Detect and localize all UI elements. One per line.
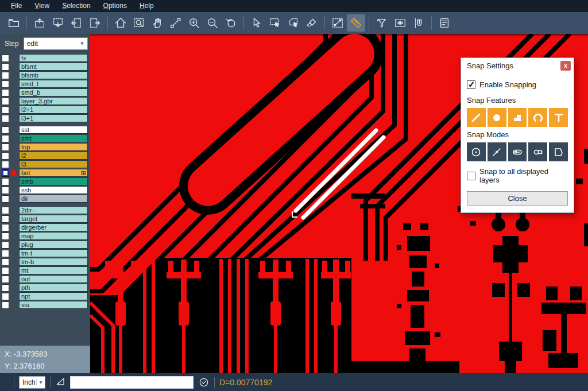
pan-button[interactable] xyxy=(148,14,167,32)
layer-label[interactable]: l2+1 xyxy=(19,106,88,114)
layer-row[interactable]: target xyxy=(0,215,90,223)
layer-row[interactable]: via xyxy=(0,301,90,309)
layer-label[interactable]: smt xyxy=(19,134,88,142)
step-select[interactable]: edit ▾ xyxy=(24,37,88,50)
layer-row[interactable]: out xyxy=(0,275,90,283)
layer-checkbox[interactable] xyxy=(2,250,9,257)
layer-label[interactable]: tm-b xyxy=(19,258,88,266)
layer-row[interactable]: top xyxy=(0,143,90,151)
layer-checkbox[interactable] xyxy=(2,144,9,151)
menu-help[interactable]: Help xyxy=(133,0,160,12)
layer-row[interactable]: smt xyxy=(0,134,90,142)
menu-options[interactable]: Options xyxy=(97,0,133,12)
snap-all-layers-checkbox[interactable] xyxy=(467,172,475,180)
layer-row[interactable]: map xyxy=(0,232,90,240)
menu-view[interactable]: View xyxy=(28,0,56,12)
refresh-circle-icon[interactable] xyxy=(198,377,210,388)
layer-label[interactable]: out xyxy=(19,275,88,283)
layer-checkbox[interactable] xyxy=(2,80,9,88)
layer-checkbox[interactable] xyxy=(2,161,9,168)
close-icon[interactable]: x xyxy=(560,61,571,71)
arc-snap-button[interactable] xyxy=(528,108,547,127)
layer-checkbox[interactable] xyxy=(2,89,9,96)
layer-row[interactable]: l2 xyxy=(0,152,90,160)
layer-checkbox[interactable] xyxy=(2,55,9,62)
layer-checkbox[interactable] xyxy=(2,215,9,223)
layer-checkbox[interactable] xyxy=(2,106,9,114)
close-button[interactable]: Close xyxy=(467,191,568,206)
select-arrow-button[interactable] xyxy=(247,14,266,32)
layer-label[interactable]: smd_b xyxy=(19,88,88,96)
layer-checkbox[interactable] xyxy=(2,72,9,79)
layer-label[interactable]: l2 xyxy=(19,152,88,160)
report-panel-button[interactable] xyxy=(435,14,454,32)
layer-checkbox[interactable] xyxy=(2,98,9,105)
view-box-button[interactable] xyxy=(391,14,409,32)
move-up-button[interactable] xyxy=(30,14,49,32)
layer-row[interactable]: dirgerber xyxy=(0,223,90,231)
enable-snapping-checkbox[interactable] xyxy=(467,80,475,89)
layer-label[interactable]: l3+1 xyxy=(19,114,88,122)
layer-label[interactable]: smb xyxy=(19,177,88,185)
layer-row[interactable]: l3 xyxy=(0,160,90,168)
layer-row[interactable]: smb xyxy=(0,177,90,185)
layer-label[interactable]: dir xyxy=(19,195,88,203)
layer-checkbox[interactable] xyxy=(2,169,9,177)
layer-label[interactable]: dirgerber xyxy=(19,223,88,231)
layer-row[interactable]: bot⊞ xyxy=(0,169,90,177)
layer-checkbox[interactable] xyxy=(2,126,9,134)
text-snap-button[interactable] xyxy=(549,108,568,127)
layer-checkbox[interactable] xyxy=(2,284,9,292)
layer-checkbox[interactable] xyxy=(2,135,9,142)
layer-checkbox[interactable] xyxy=(2,63,9,71)
layer-row[interactable]: mt xyxy=(0,266,90,274)
zoom-previous-button[interactable] xyxy=(222,14,240,32)
unit-select[interactable]: Inch ▾ xyxy=(19,376,45,389)
pad-slot-snap-button[interactable] xyxy=(528,142,547,161)
layer-label[interactable]: tm-t xyxy=(19,249,88,257)
layer-label[interactable]: bot⊞ xyxy=(19,169,88,177)
layer-label[interactable]: sst xyxy=(19,126,88,134)
layer-row[interactable]: dir xyxy=(0,195,90,203)
menu-selection[interactable]: Selection xyxy=(56,0,96,12)
brush-select-button[interactable] xyxy=(303,14,321,32)
move-down-button[interactable] xyxy=(49,14,67,32)
layer-checkbox[interactable] xyxy=(2,293,9,300)
slot-snap-button[interactable] xyxy=(508,142,527,161)
layer-row[interactable]: layer_3.gbr xyxy=(0,97,90,105)
measure-input[interactable] xyxy=(70,376,194,389)
home-view-button[interactable] xyxy=(111,14,130,32)
layer-row[interactable]: pth xyxy=(0,284,90,292)
layer-row[interactable]: 2dir-- xyxy=(0,206,90,214)
select-polygon-button[interactable] xyxy=(284,14,303,32)
layer-checkbox[interactable] xyxy=(2,115,9,122)
pcb-canvas[interactable]: Snap Settings x Enable Snapping Snap Fea… xyxy=(90,34,588,373)
measure-ruler-button[interactable] xyxy=(347,14,365,32)
layer-checkbox[interactable] xyxy=(2,187,9,194)
layer-checkbox[interactable] xyxy=(2,301,9,309)
layer-row[interactable]: ssb xyxy=(0,186,90,194)
angle-corner-icon[interactable] xyxy=(55,375,67,389)
layer-row[interactable]: sst xyxy=(0,126,90,134)
layer-checkbox[interactable] xyxy=(2,267,9,274)
layer-label[interactable]: map xyxy=(19,232,88,240)
open-file-button[interactable] xyxy=(5,14,23,32)
layer-label[interactable]: npt xyxy=(19,292,88,300)
outline-snap-button[interactable] xyxy=(549,142,568,161)
layer-row[interactable]: tm-b xyxy=(0,258,90,266)
layer-row[interactable]: fx xyxy=(0,54,90,62)
move-right-button[interactable] xyxy=(86,14,104,32)
dialog-titlebar[interactable]: Snap Settings x xyxy=(461,58,574,73)
layer-label[interactable]: layer_3.gbr xyxy=(19,97,88,105)
midpoint-snap-button[interactable] xyxy=(488,142,506,161)
select-rectangle-button[interactable] xyxy=(266,14,284,32)
layer-label[interactable]: target xyxy=(19,215,88,223)
layer-label[interactable]: mt xyxy=(19,266,88,274)
layer-row[interactable]: l2+1 xyxy=(0,106,90,114)
move-left-button[interactable] xyxy=(67,14,86,32)
zoom-area-button[interactable] xyxy=(130,14,148,32)
layer-checkbox[interactable] xyxy=(2,241,9,249)
layer-checkbox[interactable] xyxy=(2,195,9,203)
layer-checkbox[interactable] xyxy=(2,276,9,283)
layer-row[interactable]: bfsmt xyxy=(0,63,90,71)
